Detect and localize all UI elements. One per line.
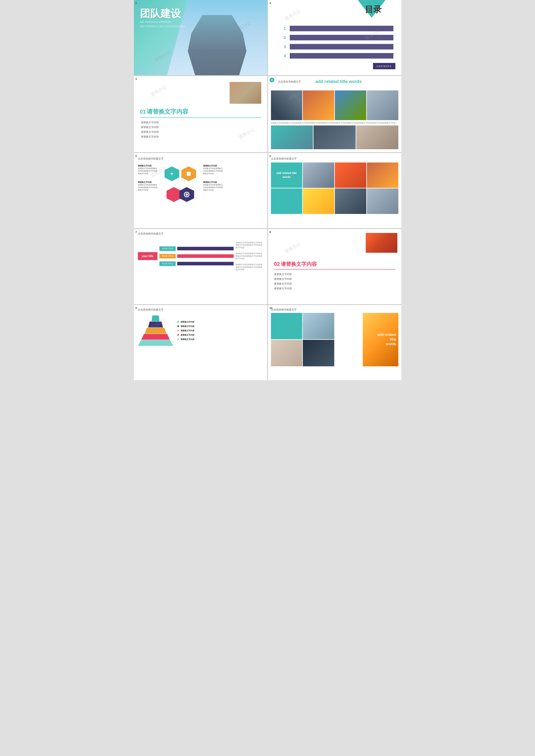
slide-8-item-0: 请替换文字内容 [274,273,395,276]
slide-5-number: 5 [135,155,137,158]
photo-chess [303,340,334,366]
slide-3-title-line: 01 请替换文字内容 [140,108,261,118]
slide-2-number: 2 [269,2,271,5]
pyr-label-text-1: 请替换文字内容 [181,325,194,328]
slide-8-item-3: 请替换文字内容 [274,287,395,290]
slide-9-number: 9 [135,306,137,309]
menu-bar-3 [290,44,393,49]
slide-3-content: 01 请替换文字内容 请替换文字内容 请替换文字内容 请替换文字内容 请替换文字… [140,108,261,138]
slide-5-title: 点击添加相关标题文字 [138,156,263,160]
watermark-3a: 道格办公 [149,84,167,98]
slide-10-number: 10 [269,306,272,309]
photo-meeting [303,162,334,188]
pyr-label-0: 请替换文字内容 [178,321,263,323]
pyramid-section: 请替换文字内容 请替换文字内容 请替换文字内容 [138,315,263,346]
hex-pink [167,187,182,202]
slide-3-item-2: 请替换文字内容 [140,130,261,134]
pyr-block-1 [152,315,159,321]
slide-8-section-title: 请替换文字内容 [281,261,317,267]
photo-hands2 [271,340,302,366]
pyr-dot-2 [178,330,179,331]
menu-num-2: 2 [284,35,290,40]
org-row-2: YOUR TITLE [159,261,234,266]
org-left: your title [138,252,157,260]
photo-workers [335,162,366,188]
pyr-label-text-4: 请替换文字内容 [181,338,194,341]
org-desc-2: 请替换文字内容请替换文字内容请替换文字内容请替换文字内容请替换文字内容 [236,263,263,271]
slide-8-item-1: 请替换文字内容 [274,277,395,281]
hex-label-3: 请替换文字内容 请替换文字内容请替换文字内容请替换文字内容请替换文字内容 [203,181,223,191]
hex-label-0-desc: 请替换文字内容请替换文字内容请替换文字内容请替换文字内容 [138,167,157,175]
hex-purple [180,187,194,202]
menu-bar-4 [290,53,393,59]
menu-item-1: 1 [284,26,393,31]
org-chart: your title YOUR TITLE YOUR TITLE YOUR TI… [138,242,263,271]
slide-2-title: 目录 [365,4,381,15]
slide-6: 6 点击添加相关标题文字 道格办公 add related title word… [268,153,401,228]
hex-label-2: 请替换文字内容 请替换文字内容请替换文字内容请替换文字内容请替换文字内容 [138,181,157,191]
slide-6-number: 6 [269,155,271,158]
slide-8-number: 8 [269,231,271,234]
hex-orange [182,166,196,181]
pyr-label-text-0: 请替换文字内容 [181,321,194,323]
slide-3-section-num: 01 [140,109,146,115]
hex-label-0: 请替换文字内容 请替换文字内容请替换文字内容请替换文字内容请替换文字内容 [138,164,157,175]
pyr-label-4: 请替换文字内容 [178,338,263,341]
watermark-2a: 道格办公 [283,8,301,22]
org-right: 请替换文字内容请替换文字内容请替换文字内容请替换文字内容请替换文字内容 请替换文… [236,242,263,271]
org-desc-0: 请替换文字内容请替换文字内容请替换文字内容请替换文字内容请替换文字内容 [236,242,263,249]
org-main-box: your title [138,252,157,260]
slide-7-title: 点击添加相关标题文字 [138,232,263,236]
hex-layout: 请替换文字内容 请替换文字内容请替换文字内容请替换文字内容请替换文字内容 请替换… [138,164,263,204]
pyr-row-1 [138,315,174,321]
pyr-dot-3 [178,334,179,335]
pyr-label-3: 请替换文字内容 [178,334,263,336]
slide-10-title: 点击添加相关标题文字 [271,308,398,311]
menu-item-2: 2 [284,35,393,41]
watermark-1c: 道格办公 [153,49,171,63]
hex-label-1-desc: 请替换文字内容请替换文字内容请替换文字内容请替换文字内容 [203,167,223,175]
slide-5: 5 点击添加相关标题文字 道格办公 请替换文字内容 请替换文字内容请替换文字内容… [134,153,267,228]
pyr-block-2 [148,322,163,328]
pyr-title-3: 请替换文字内容 [181,334,194,336]
pyr-row-2 [138,322,174,328]
hex-label-2-desc: 请替换文字内容请替换文字内容请替换文字内容请替换文字内容 [138,184,157,191]
slide-4-big-title: add related title words [316,79,362,84]
photo-office [367,90,398,120]
slide-9-title: 点击添加相关标题文字 [138,308,263,311]
menu-num-3: 3 [284,44,290,49]
hex-right-labels: 请替换文字内容 请替换文字内容请替换文字内容请替换文字内容请替换文字内容 请替换… [203,164,223,204]
slide-7-number: 7 [135,231,137,234]
pyr-row-5 [138,340,174,346]
org-desc-1: 请替换文字内容请替换文字内容请替换文字内容请替换文字内容请替换文字内容 [236,252,263,260]
menu-item-4: 4 [284,53,393,59]
slide-3-section-title: 请替换文字内容 [147,108,188,115]
photo-tablet [303,313,334,339]
slide-1-number: 1 [135,2,137,5]
photo-blue [335,90,366,120]
photo-laptop [335,189,366,214]
pyr-title-2: 请替换文字内容 [181,329,194,332]
photo-office-2 [367,189,398,214]
slide-1-subtitle: 适用于述职报告|个人简介|工作总结|会议记录等 [140,25,261,28]
photo-colorful-2 [367,162,398,188]
slide-6-overlay: add related title words [271,162,302,188]
org-bar-2 [177,262,233,265]
org-bar-0 [177,247,233,250]
contents-badge: contents [373,63,395,69]
slide-2-menu: 1 2 3 4 [284,26,393,62]
menu-num-4: 4 [284,54,290,58]
slide-10-overlay-words: add related title words [363,313,398,366]
slide-3-number: 3 [135,77,137,80]
hexagon-center [161,164,200,204]
slide-10-right: add related title words [363,313,398,366]
hex-label-1: 请替换文字内容 请替换文字内容请替换文字内容请替换文字内容请替换文字内容 [203,164,223,175]
slide-3-item-1: 请替换文字内容 [140,126,261,129]
slide-3: 3 道格办公 道格办公 01 请替换文字内容 请替换文字内容 请替换文字内容 请… [134,76,267,152]
slide-4-badge: 4 [269,77,274,82]
slide-3-item-0: 请替换文字内容 [140,121,261,124]
pyr-label-1: 请替换文字内容 [178,325,263,328]
pyr-dot-0 [178,321,179,323]
hex-label-0-title: 请替换文字内容 [138,164,157,167]
pyramid-labels: 请替换文字内容 请替换文字内容 请替换文字内容 [178,321,263,341]
